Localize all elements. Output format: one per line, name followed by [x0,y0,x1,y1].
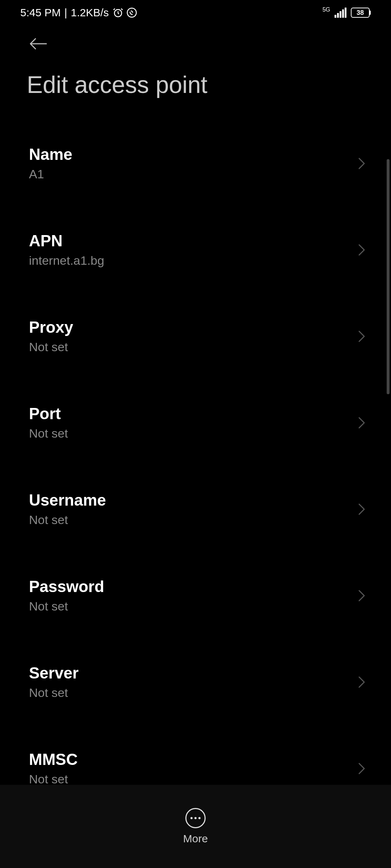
setting-row-apn[interactable]: APN internet.a1.bg [0,221,391,278]
setting-value: A1 [29,167,72,181]
more-button[interactable] [185,808,206,828]
battery-icon: 38 [351,8,371,18]
setting-value: Not set [29,599,104,613]
setting-value: internet.a1.bg [29,254,104,268]
setting-value: Not set [29,513,106,527]
setting-label: Server [29,664,79,682]
page-title: Edit access point [0,56,391,113]
chevron-right-icon [358,243,366,256]
status-time: 5:45 PM [20,7,61,19]
setting-row-username[interactable]: Username Not set [0,480,391,538]
setting-row-server[interactable]: Server Not set [0,653,391,711]
bottom-bar: More [0,785,391,868]
setting-row-password[interactable]: Password Not set [0,567,391,624]
chevron-right-icon [358,416,366,429]
viber-icon [126,7,137,18]
more-dots-icon [190,817,193,819]
setting-value: Not set [29,772,77,786]
setting-label: Name [29,145,72,163]
chevron-right-icon [358,589,366,602]
signal-icon [335,8,346,18]
status-speed: 1.2KB/s [71,7,109,19]
battery-level: 38 [351,8,370,18]
chevron-right-icon [358,330,366,343]
setting-row-proxy[interactable]: Proxy Not set [0,307,391,365]
chevron-right-icon [358,676,366,689]
setting-label: Port [29,405,68,423]
network-type: 5G [323,7,330,13]
chevron-right-icon [358,762,366,775]
status-right: 5G 38 [323,8,371,18]
status-divider: | [64,7,67,19]
chevron-right-icon [358,503,366,516]
back-button[interactable] [0,25,391,56]
alarm-icon [113,7,123,18]
chevron-right-icon [358,157,366,170]
setting-label: Password [29,578,104,596]
setting-row-port[interactable]: Port Not set [0,394,391,451]
svg-point-1 [127,8,136,17]
back-arrow-icon [28,36,49,51]
setting-label: Username [29,491,106,509]
scrollbar[interactable] [387,159,390,394]
status-left: 5:45 PM | 1.2KB/s [20,7,137,19]
setting-value: Not set [29,686,79,700]
setting-row-name[interactable]: Name A1 [0,135,391,192]
setting-value: Not set [29,426,68,441]
setting-label: MMSC [29,750,77,769]
settings-list: Name A1 APN internet.a1.bg Proxy Not set… [0,113,391,797]
setting-label: APN [29,232,104,250]
status-bar: 5:45 PM | 1.2KB/s 5G 38 [0,0,391,25]
setting-value: Not set [29,340,73,354]
more-label: More [183,833,208,845]
setting-label: Proxy [29,318,73,336]
